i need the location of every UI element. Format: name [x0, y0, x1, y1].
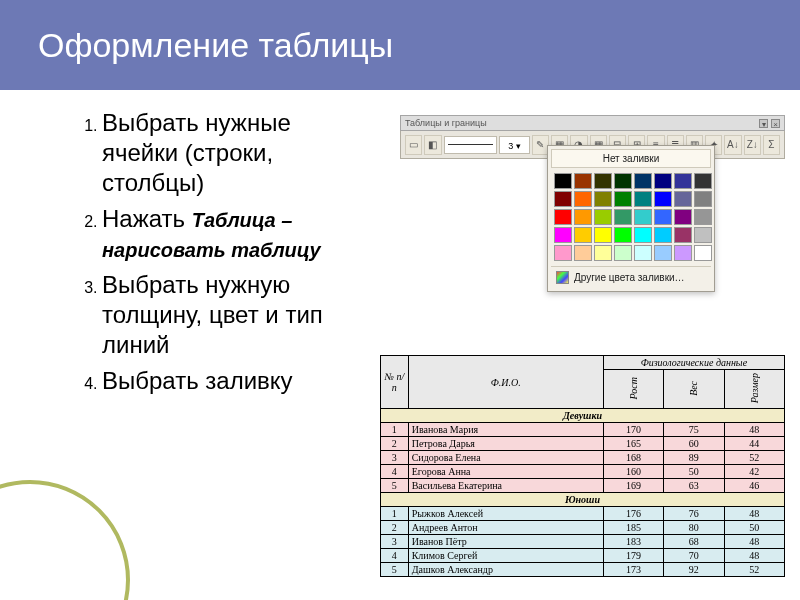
table-cell: 50 — [724, 521, 784, 535]
line-style-select[interactable] — [444, 136, 498, 154]
table-cell: 170 — [603, 423, 663, 437]
table-cell: 80 — [664, 521, 724, 535]
color-swatch[interactable] — [574, 191, 592, 207]
toolbar-close-icon[interactable]: × — [771, 119, 780, 128]
table-cell: 76 — [664, 507, 724, 521]
table-cell: 89 — [664, 451, 724, 465]
color-swatch[interactable] — [554, 227, 572, 243]
table-cell: 50 — [664, 465, 724, 479]
color-swatch[interactable] — [674, 209, 692, 225]
color-swatch[interactable] — [694, 173, 712, 189]
toolbar-title-text: Таблицы и границы — [405, 118, 487, 128]
step-3: Выбрать нужную толщину, цвет и тип линий — [102, 270, 360, 360]
color-swatch[interactable] — [594, 227, 612, 243]
line-weight-select[interactable]: 3 ▾ — [499, 136, 530, 154]
step-4: Выбрать заливку — [102, 366, 360, 396]
color-swatch[interactable] — [574, 173, 592, 189]
color-swatches — [551, 168, 711, 266]
col-weight: Вес — [664, 370, 724, 409]
example-table: № п/п Ф.И.О. Физиологические данные Рост… — [380, 355, 785, 577]
table-cell: 48 — [724, 549, 784, 563]
color-swatch[interactable] — [654, 227, 672, 243]
table-cell: 48 — [724, 507, 784, 521]
color-swatch[interactable] — [634, 227, 652, 243]
table-cell: 63 — [664, 479, 724, 493]
sort-za-icon[interactable]: Z↓ — [744, 135, 761, 155]
slide-title: Оформление таблицы — [38, 26, 393, 65]
color-swatch[interactable] — [674, 173, 692, 189]
tables-borders-toolbar: Таблицы и границы ▾ × ▭ ◧ 3 ▾ ✎ ▦ ◕ ▦ ⊟ … — [400, 115, 785, 159]
table-cell: 5 — [381, 479, 409, 493]
color-swatch[interactable] — [634, 245, 652, 261]
toolbar-titlebar[interactable]: Таблицы и границы ▾ × — [400, 115, 785, 131]
color-swatch[interactable] — [554, 191, 572, 207]
color-swatch[interactable] — [654, 173, 672, 189]
color-swatch[interactable] — [594, 191, 612, 207]
color-swatch[interactable] — [634, 191, 652, 207]
color-swatch[interactable] — [634, 173, 652, 189]
color-swatch[interactable] — [594, 173, 612, 189]
color-swatch[interactable] — [554, 209, 572, 225]
color-swatch[interactable] — [634, 209, 652, 225]
table-cell: Дашков Александр — [408, 563, 603, 577]
color-swatch[interactable] — [694, 245, 712, 261]
toolbar-dropdown-icon[interactable]: ▾ — [759, 119, 768, 128]
table-cell: 46 — [724, 479, 784, 493]
table-cell: 2 — [381, 437, 409, 451]
col-height: Рост — [603, 370, 663, 409]
color-swatch[interactable] — [614, 209, 632, 225]
table-cell: 165 — [603, 437, 663, 451]
color-swatch[interactable] — [554, 245, 572, 261]
example-table-body: Девушки1Иванова Мария17075482Петрова Дар… — [381, 409, 785, 577]
color-swatch[interactable] — [614, 191, 632, 207]
more-fill-colors[interactable]: Другие цвета заливки… — [551, 266, 711, 288]
table-cell: 92 — [664, 563, 724, 577]
color-swatch[interactable] — [674, 227, 692, 243]
color-swatch[interactable] — [694, 191, 712, 207]
color-swatch[interactable] — [594, 245, 612, 261]
table-cell: Иванов Пётр — [408, 535, 603, 549]
color-swatch[interactable] — [594, 209, 612, 225]
table-row: 5Дашков Александр1739252 — [381, 563, 785, 577]
table-cell: 3 — [381, 451, 409, 465]
table-row: 3Сидорова Елена1688952 — [381, 451, 785, 465]
color-swatch[interactable] — [694, 209, 712, 225]
table-cell: 169 — [603, 479, 663, 493]
color-swatch[interactable] — [694, 227, 712, 243]
table-cell: 2 — [381, 521, 409, 535]
draw-table-icon[interactable]: ▭ — [405, 135, 422, 155]
color-swatch[interactable] — [654, 209, 672, 225]
table-cell: 60 — [664, 437, 724, 451]
eraser-icon[interactable]: ◧ — [424, 135, 441, 155]
table-cell: 1 — [381, 423, 409, 437]
color-swatch[interactable] — [574, 209, 592, 225]
autosum-icon[interactable]: Σ — [763, 135, 780, 155]
color-swatch[interactable] — [674, 191, 692, 207]
color-swatch[interactable] — [614, 227, 632, 243]
table-cell: 75 — [664, 423, 724, 437]
sort-az-icon[interactable]: A↓ — [724, 135, 741, 155]
color-swatch[interactable] — [614, 245, 632, 261]
table-cell: 160 — [603, 465, 663, 479]
color-swatch[interactable] — [674, 245, 692, 261]
table-cell: Егорова Анна — [408, 465, 603, 479]
table-cell: 42 — [724, 465, 784, 479]
table-cell: 52 — [724, 563, 784, 577]
table-cell: 179 — [603, 549, 663, 563]
color-swatch[interactable] — [654, 245, 672, 261]
color-swatch[interactable] — [574, 245, 592, 261]
slide-header: Оформление таблицы — [0, 0, 800, 90]
fill-color-picker: Нет заливки Другие цвета заливки… — [547, 145, 715, 292]
color-swatch[interactable] — [574, 227, 592, 243]
color-swatch[interactable] — [654, 191, 672, 207]
color-swatch[interactable] — [614, 173, 632, 189]
section-header: Юноши — [381, 493, 785, 507]
table-cell: 3 — [381, 535, 409, 549]
table-row: 4Егорова Анна1605042 — [381, 465, 785, 479]
table-cell: 185 — [603, 521, 663, 535]
color-swatch[interactable] — [554, 173, 572, 189]
table-cell: Андреев Антон — [408, 521, 603, 535]
table-cell: 68 — [664, 535, 724, 549]
col-num: № п/п — [381, 356, 409, 409]
no-fill-button[interactable]: Нет заливки — [551, 149, 711, 168]
